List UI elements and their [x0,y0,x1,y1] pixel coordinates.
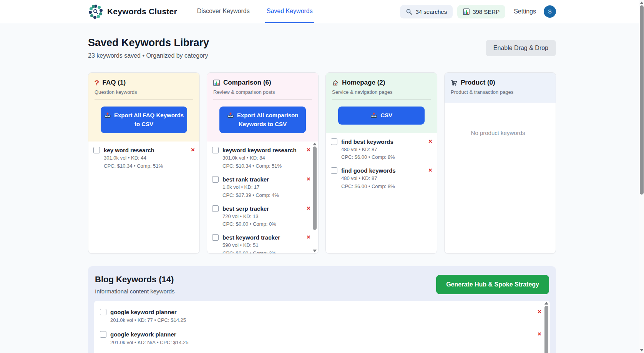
keyword-volume-kd: 480 vol • KD: 87 [341,175,428,182]
keyword-stats: 201.0k vol • KD: 77 • CPC: $14.25 [110,317,513,324]
keyword-item: × key word research 301.0k vol • KD: 44 … [93,147,190,170]
settings-link[interactable]: Settings [514,8,536,15]
keyword-checkbox[interactable] [93,147,100,153]
keyword-checkbox[interactable] [331,167,337,174]
product-keyword-list: No product keywords [445,103,556,253]
category-card-product: Product (0) Product & transaction pages … [444,72,556,254]
app-logo-wrap: Keywords Cluster [88,4,177,19]
keyword-name: best keyword tracker [222,234,280,241]
export-button-label: CSV [380,112,392,118]
page-title: Saved Keywords Library [88,37,209,49]
keyword-checkbox[interactable] [212,205,219,212]
faq-keyword-list: × key word research 301.0k vol • KD: 44 … [88,142,199,253]
export-homepage-csv-button[interactable]: CSV [338,107,425,125]
serp-count: 398 SERP [473,8,500,15]
homepage-keyword-list: × find best keywords 480 vol • KD: 87 CP… [326,133,437,254]
scrollbar-thumb[interactable] [544,306,548,353]
delete-keyword-button[interactable]: × [428,138,432,145]
keyword-name: keyword keyword research [222,147,297,153]
export-comparison-csv-button[interactable]: Export All comparison Keywords to CSV [219,107,306,133]
delete-keyword-button[interactable]: × [538,308,541,315]
export-button-label: Export All comparison Keywords to CSV [237,112,298,127]
keyword-name: key word research [104,147,154,153]
house-icon [332,80,339,86]
keyword-checkbox[interactable] [212,234,219,241]
delete-keyword-button[interactable]: × [307,205,310,211]
keyword-item: × best keyword tracker 590 vol • KD: 51 … [212,234,306,253]
searches-badge: 34 searches [400,5,453,18]
comparison-keyword-list: × keyword keyword research 301.0k vol • … [207,142,318,253]
category-title: Homepage (2) [342,79,385,87]
list-scrollbar[interactable] [544,302,549,353]
keyword-item: × google keywork planner 201.0k vol • KD… [100,328,513,350]
keyword-checkbox[interactable] [331,138,337,145]
list-scrollbar[interactable] [312,143,317,252]
blog-keywords-section: Blog Keywords (14) Informational content… [88,266,556,353]
category-subtitle: Review & comparison posts [213,89,312,100]
keyword-item: × google keyword planner 201.0k vol • KD… [100,305,513,328]
upload-tray-icon [370,112,377,118]
scroll-down-arrow-icon[interactable] [640,349,644,351]
keyword-volume-kd: 720 vol • KD: 13 [222,213,306,220]
top-nav-bar: Keywords Cluster Discover Keywords Saved… [0,0,644,23]
keyword-cpc-comp: CPC: $10.34 • Comp: 51% [104,163,190,170]
scrollbar-thumb[interactable] [313,147,317,230]
keyword-volume-kd: 590 vol • KD: 51 [222,242,306,249]
keyword-checkbox[interactable] [100,309,106,315]
tab-discover-keywords[interactable]: Discover Keywords [196,0,251,23]
keyword-volume-kd: 301.0k vol • KD: 44 [104,155,190,162]
keyword-volume-kd: 1.0k vol • KD: 17 [222,184,306,191]
export-button-label: Export All FAQ Keywords to CSV [114,112,184,127]
serp-badge: 398 SERP [457,5,505,18]
user-avatar[interactable]: S [544,5,556,18]
keyword-cpc-comp: CPC: $6.00 • Comp: 8% [341,183,428,190]
keyword-cpc-comp: CPC: $0.00 • Comp: 3% [222,250,306,253]
keyword-cpc-comp: CPC: $0.00 • Comp: 0% [222,221,306,228]
scroll-down-arrow-icon[interactable] [313,250,317,252]
delete-keyword-button[interactable]: × [307,147,310,153]
searches-count: 34 searches [415,8,447,15]
keyword-name: best rank tracker [222,176,269,183]
delete-keyword-button[interactable]: × [307,176,310,182]
enable-drag-drop-button[interactable]: Enable Drag & Drop [486,40,556,56]
main-content: Saved Keywords Library 23 keywords saved… [88,23,556,353]
keyword-checkbox[interactable] [212,176,219,183]
scroll-up-arrow-icon[interactable] [640,2,644,4]
tab-saved-keywords[interactable]: Saved Keywords [265,0,314,23]
category-title: Comparison (6) [223,79,271,87]
delete-keyword-button[interactable]: × [538,331,541,337]
shopping-cart-icon [451,80,457,86]
keyword-checkbox[interactable] [212,147,219,153]
keyword-name: find good keywords [341,167,396,174]
page-scrollbar-thumb[interactable] [640,5,644,195]
delete-keyword-button[interactable]: × [191,147,195,153]
app-title: Keywords Cluster [107,7,177,16]
bar-chart-icon [463,8,470,15]
page-subtitle: 23 keywords saved • Organized by categor… [88,52,209,59]
keyword-name: best serp tracker [222,205,269,212]
category-title: Product (0) [461,79,495,87]
keywords-cluster-logo-icon [88,4,103,19]
question-mark-icon: ? [94,79,99,87]
category-card-homepage: Homepage (2) Service & navigation pages … [325,72,437,254]
export-faq-csv-button[interactable]: Export All FAQ Keywords to CSV [101,107,187,133]
blog-section-title: Blog Keywords (14) [95,275,175,285]
category-title: FAQ (1) [103,79,126,87]
keyword-name: find best keywords [341,138,393,145]
blog-keyword-list: × google keyword planner 201.0k vol • KD… [94,301,550,353]
keyword-checkbox[interactable] [100,331,106,338]
category-card-faq: ? FAQ (1) Question keywords Export All F… [88,72,200,254]
page-scrollbar[interactable] [639,0,644,353]
scroll-up-arrow-icon[interactable] [313,143,317,145]
keyword-volume-kd: 301.0k vol • KD: 84 [222,155,306,162]
delete-keyword-button[interactable]: × [428,167,432,173]
scroll-up-arrow-icon[interactable] [544,302,548,305]
keyword-volume-kd: 480 vol • KD: 87 [341,147,428,153]
delete-keyword-button[interactable]: × [307,234,310,240]
empty-state-text: No product keywords [450,130,546,136]
generate-hub-spoke-button[interactable]: Generate Hub & Spoke Strategy [436,275,549,294]
keyword-item: × find good keywords 480 vol • KD: 87 CP… [331,167,428,190]
upload-tray-icon [227,112,234,118]
category-subtitle: Service & navigation pages [332,89,431,100]
keyword-cpc-comp: CPC: $27.39 • Comp: 4% [222,192,306,199]
